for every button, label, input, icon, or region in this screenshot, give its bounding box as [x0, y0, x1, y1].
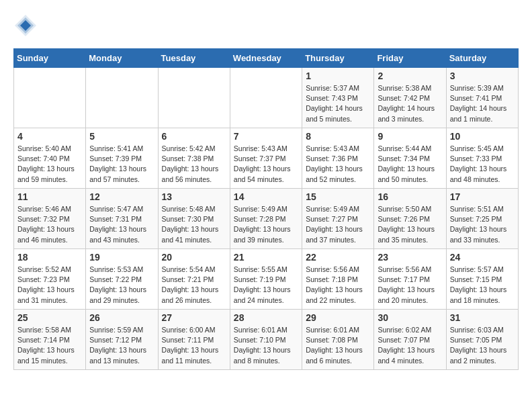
- day-number: 31: [450, 312, 515, 323]
- day-number: 15: [306, 191, 370, 202]
- day-info: Sunrise: 5:49 AMSunset: 7:27 PMDaylight:…: [306, 204, 370, 245]
- day-cell: 4Sunrise: 5:40 AMSunset: 7:40 PMDaylight…: [14, 128, 86, 189]
- day-number: 2: [378, 71, 442, 81]
- day-number: 27: [162, 312, 226, 323]
- day-number: 16: [378, 191, 442, 202]
- day-cell: 11Sunrise: 5:46 AMSunset: 7:32 PMDayligh…: [14, 189, 86, 249]
- week-row-4: 18Sunrise: 5:52 AMSunset: 7:23 PMDayligh…: [14, 249, 519, 310]
- day-info: Sunrise: 5:52 AMSunset: 7:23 PMDaylight:…: [17, 265, 82, 306]
- day-number: 24: [450, 252, 515, 263]
- day-cell: 10Sunrise: 5:45 AMSunset: 7:33 PMDayligh…: [446, 128, 518, 189]
- day-cell: [158, 68, 230, 128]
- day-number: 19: [89, 252, 154, 263]
- day-cell: 15Sunrise: 5:49 AMSunset: 7:27 PMDayligh…: [302, 189, 374, 249]
- day-info: Sunrise: 5:55 AMSunset: 7:19 PMDaylight:…: [234, 265, 298, 306]
- day-cell: [14, 68, 86, 128]
- day-number: 11: [17, 191, 82, 202]
- day-info: Sunrise: 5:47 AMSunset: 7:31 PMDaylight:…: [89, 204, 154, 245]
- day-number: 5: [89, 131, 154, 142]
- day-number: 9: [378, 131, 442, 142]
- day-cell: 30Sunrise: 6:02 AMSunset: 7:07 PMDayligh…: [374, 310, 446, 370]
- day-number: 13: [162, 191, 226, 202]
- day-info: Sunrise: 5:49 AMSunset: 7:28 PMDaylight:…: [234, 204, 298, 245]
- day-info: Sunrise: 5:38 AMSunset: 7:42 PMDaylight:…: [378, 83, 442, 124]
- day-cell: 12Sunrise: 5:47 AMSunset: 7:31 PMDayligh…: [86, 189, 158, 249]
- day-number: 22: [306, 252, 370, 263]
- column-header-saturday: Saturday: [446, 49, 518, 68]
- column-header-friday: Friday: [374, 49, 446, 68]
- day-cell: 18Sunrise: 5:52 AMSunset: 7:23 PMDayligh…: [14, 249, 86, 310]
- day-info: Sunrise: 5:48 AMSunset: 7:30 PMDaylight:…: [162, 204, 226, 245]
- day-cell: 3Sunrise: 5:39 AMSunset: 7:41 PMDaylight…: [446, 68, 518, 128]
- day-info: Sunrise: 5:53 AMSunset: 7:22 PMDaylight:…: [89, 265, 154, 306]
- day-info: Sunrise: 5:54 AMSunset: 7:21 PMDaylight:…: [162, 265, 226, 306]
- week-row-2: 4Sunrise: 5:40 AMSunset: 7:40 PMDaylight…: [14, 128, 519, 189]
- day-number: 23: [378, 252, 442, 263]
- day-cell: 13Sunrise: 5:48 AMSunset: 7:30 PMDayligh…: [158, 189, 230, 249]
- day-number: 26: [89, 312, 154, 323]
- day-number: 6: [162, 131, 226, 142]
- column-header-monday: Monday: [86, 49, 158, 68]
- week-row-5: 25Sunrise: 5:58 AMSunset: 7:14 PMDayligh…: [14, 310, 519, 370]
- day-cell: 21Sunrise: 5:55 AMSunset: 7:19 PMDayligh…: [230, 249, 302, 310]
- day-info: Sunrise: 6:01 AMSunset: 7:08 PMDaylight:…: [306, 325, 370, 366]
- day-info: Sunrise: 5:42 AMSunset: 7:38 PMDaylight:…: [162, 144, 226, 185]
- day-cell: 17Sunrise: 5:51 AMSunset: 7:25 PMDayligh…: [446, 189, 518, 249]
- day-number: 7: [234, 131, 298, 142]
- day-info: Sunrise: 5:37 AMSunset: 7:43 PMDaylight:…: [306, 83, 370, 124]
- week-row-1: 1Sunrise: 5:37 AMSunset: 7:43 PMDaylight…: [14, 68, 519, 128]
- day-cell: 1Sunrise: 5:37 AMSunset: 7:43 PMDaylight…: [302, 68, 374, 128]
- day-info: Sunrise: 5:46 AMSunset: 7:32 PMDaylight:…: [17, 204, 82, 245]
- day-number: 12: [89, 191, 154, 202]
- day-cell: 8Sunrise: 5:43 AMSunset: 7:36 PMDaylight…: [302, 128, 374, 189]
- day-cell: [230, 68, 302, 128]
- day-info: Sunrise: 6:01 AMSunset: 7:10 PMDaylight:…: [234, 325, 298, 366]
- calendar-table: SundayMondayTuesdayWednesdayThursdayFrid…: [13, 48, 519, 370]
- day-cell: 20Sunrise: 5:54 AMSunset: 7:21 PMDayligh…: [158, 249, 230, 310]
- day-info: Sunrise: 5:50 AMSunset: 7:26 PMDaylight:…: [378, 204, 442, 245]
- day-cell: 31Sunrise: 6:03 AMSunset: 7:05 PMDayligh…: [446, 310, 518, 370]
- day-number: 18: [17, 252, 82, 263]
- column-header-wednesday: Wednesday: [230, 49, 302, 68]
- day-info: Sunrise: 6:00 AMSunset: 7:11 PMDaylight:…: [162, 325, 226, 366]
- day-cell: 25Sunrise: 5:58 AMSunset: 7:14 PMDayligh…: [14, 310, 86, 370]
- day-cell: [86, 68, 158, 128]
- day-cell: 16Sunrise: 5:50 AMSunset: 7:26 PMDayligh…: [374, 189, 446, 249]
- day-info: Sunrise: 5:57 AMSunset: 7:15 PMDaylight:…: [450, 265, 515, 306]
- day-cell: 24Sunrise: 5:57 AMSunset: 7:15 PMDayligh…: [446, 249, 518, 310]
- day-info: Sunrise: 5:44 AMSunset: 7:34 PMDaylight:…: [378, 144, 442, 185]
- day-info: Sunrise: 6:02 AMSunset: 7:07 PMDaylight:…: [378, 325, 442, 366]
- day-info: Sunrise: 5:59 AMSunset: 7:12 PMDaylight:…: [89, 325, 154, 366]
- day-number: 1: [306, 71, 370, 81]
- day-info: Sunrise: 5:40 AMSunset: 7:40 PMDaylight:…: [17, 144, 82, 185]
- day-cell: 5Sunrise: 5:41 AMSunset: 7:39 PMDaylight…: [86, 128, 158, 189]
- day-info: Sunrise: 5:45 AMSunset: 7:33 PMDaylight:…: [450, 144, 515, 185]
- day-cell: 6Sunrise: 5:42 AMSunset: 7:38 PMDaylight…: [158, 128, 230, 189]
- day-info: Sunrise: 5:41 AMSunset: 7:39 PMDaylight:…: [89, 144, 154, 185]
- day-cell: 2Sunrise: 5:38 AMSunset: 7:42 PMDaylight…: [374, 68, 446, 128]
- column-header-tuesday: Tuesday: [158, 49, 230, 68]
- day-cell: 9Sunrise: 5:44 AMSunset: 7:34 PMDaylight…: [374, 128, 446, 189]
- day-number: 3: [450, 71, 515, 81]
- day-info: Sunrise: 5:39 AMSunset: 7:41 PMDaylight:…: [450, 83, 515, 124]
- day-number: 4: [17, 131, 82, 142]
- day-cell: 19Sunrise: 5:53 AMSunset: 7:22 PMDayligh…: [86, 249, 158, 310]
- day-number: 17: [450, 191, 515, 202]
- day-info: Sunrise: 5:43 AMSunset: 7:37 PMDaylight:…: [234, 144, 298, 185]
- day-info: Sunrise: 5:58 AMSunset: 7:14 PMDaylight:…: [17, 325, 82, 366]
- day-number: 10: [450, 131, 515, 142]
- week-row-3: 11Sunrise: 5:46 AMSunset: 7:32 PMDayligh…: [14, 189, 519, 249]
- day-info: Sunrise: 5:43 AMSunset: 7:36 PMDaylight:…: [306, 144, 370, 185]
- column-header-sunday: Sunday: [14, 49, 86, 68]
- day-info: Sunrise: 5:56 AMSunset: 7:18 PMDaylight:…: [306, 265, 370, 306]
- day-number: 21: [234, 252, 298, 263]
- day-number: 8: [306, 131, 370, 142]
- day-cell: 7Sunrise: 5:43 AMSunset: 7:37 PMDaylight…: [230, 128, 302, 189]
- page-header: [13, 13, 519, 38]
- column-header-thursday: Thursday: [302, 49, 374, 68]
- logo: [13, 13, 42, 38]
- day-cell: 14Sunrise: 5:49 AMSunset: 7:28 PMDayligh…: [230, 189, 302, 249]
- day-number: 28: [234, 312, 298, 323]
- day-info: Sunrise: 6:03 AMSunset: 7:05 PMDaylight:…: [450, 325, 515, 366]
- day-cell: 22Sunrise: 5:56 AMSunset: 7:18 PMDayligh…: [302, 249, 374, 310]
